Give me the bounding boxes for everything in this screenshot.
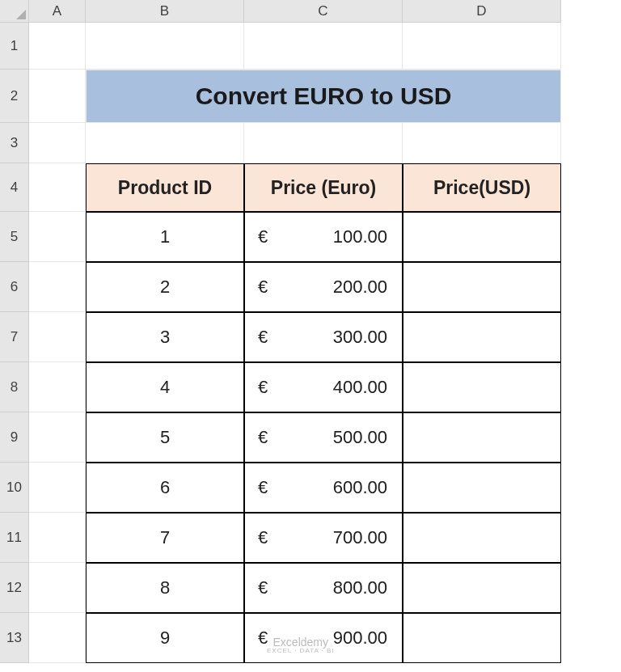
table-header-price-euro[interactable]: Price (Euro): [244, 163, 403, 212]
cell-product-id[interactable]: 8: [86, 563, 244, 613]
cell-a9[interactable]: [29, 412, 86, 463]
cell-product-id[interactable]: 2: [86, 262, 244, 312]
cell-d3[interactable]: [403, 123, 561, 163]
cell-a13[interactable]: [29, 613, 86, 663]
row-head-8[interactable]: 8: [0, 362, 29, 412]
cell-price-euro[interactable]: € 100.00: [244, 212, 403, 262]
table-header-price-usd[interactable]: Price(USD): [403, 163, 561, 212]
cell-product-id[interactable]: 7: [86, 513, 244, 563]
euro-value: 300.00: [333, 327, 387, 348]
row-head-7[interactable]: 7: [0, 312, 29, 362]
cell-a10[interactable]: [29, 463, 86, 513]
cell-product-id[interactable]: 6: [86, 463, 244, 513]
cell-a8[interactable]: [29, 362, 86, 412]
row-head-9[interactable]: 9: [0, 412, 29, 463]
row-head-11[interactable]: 11: [0, 513, 29, 563]
cell-product-id[interactable]: 9: [86, 613, 244, 663]
row-head-1[interactable]: 1: [0, 23, 29, 70]
cell-price-euro[interactable]: € 400.00: [244, 362, 403, 412]
cell-b1[interactable]: [86, 23, 244, 70]
cell-price-usd[interactable]: [403, 463, 561, 513]
cell-a11[interactable]: [29, 513, 86, 563]
col-head-b[interactable]: B: [86, 0, 244, 23]
title-text: Convert EURO to USD: [196, 82, 452, 110]
cell-price-euro[interactable]: € 800.00: [244, 563, 403, 613]
col-head-d[interactable]: D: [403, 0, 561, 23]
cell-price-euro[interactable]: € 600.00: [244, 463, 403, 513]
watermark: Exceldemy EXCEL · DATA · BI: [267, 636, 335, 654]
euro-value: 800.00: [333, 577, 387, 598]
cell-price-euro[interactable]: € 500.00: [244, 412, 403, 463]
row-head-6[interactable]: 6: [0, 262, 29, 312]
euro-symbol: €: [258, 327, 268, 348]
euro-value: 400.00: [333, 377, 387, 398]
euro-symbol: €: [258, 577, 268, 598]
cell-product-id[interactable]: 5: [86, 412, 244, 463]
cell-a7[interactable]: [29, 312, 86, 362]
cell-price-usd[interactable]: [403, 362, 561, 412]
euro-value: 900.00: [333, 628, 387, 649]
cell-a12[interactable]: [29, 563, 86, 613]
cell-a3[interactable]: [29, 123, 86, 163]
euro-symbol: €: [258, 226, 268, 247]
cell-price-euro[interactable]: € 300.00: [244, 312, 403, 362]
cell-c3[interactable]: [244, 123, 403, 163]
cell-c1[interactable]: [244, 23, 403, 70]
row-head-2[interactable]: 2: [0, 70, 29, 123]
cell-price-usd[interactable]: [403, 613, 561, 663]
row-head-3[interactable]: 3: [0, 123, 29, 163]
euro-value: 100.00: [333, 226, 387, 247]
euro-symbol: €: [258, 527, 268, 548]
cell-price-usd[interactable]: [403, 262, 561, 312]
euro-value: 600.00: [333, 477, 387, 498]
cell-a5[interactable]: [29, 212, 86, 262]
cell-d1[interactable]: [403, 23, 561, 70]
row-head-12[interactable]: 12: [0, 563, 29, 613]
cell-price-euro[interactable]: € 700.00: [244, 513, 403, 563]
cell-price-usd[interactable]: [403, 563, 561, 613]
euro-symbol: €: [258, 427, 268, 448]
cell-a4[interactable]: [29, 163, 86, 212]
title-cell[interactable]: Convert EURO to USD: [86, 70, 561, 123]
cell-price-usd[interactable]: [403, 212, 561, 262]
cell-product-id[interactable]: 3: [86, 312, 244, 362]
row-head-5[interactable]: 5: [0, 212, 29, 262]
euro-value: 200.00: [333, 277, 387, 298]
col-head-c[interactable]: C: [244, 0, 403, 23]
cell-a1[interactable]: [29, 23, 86, 70]
cell-price-usd[interactable]: [403, 312, 561, 362]
select-all-corner[interactable]: [0, 0, 29, 23]
euro-symbol: €: [258, 477, 268, 498]
euro-value: 700.00: [333, 527, 387, 548]
col-head-a[interactable]: A: [29, 0, 86, 23]
cell-a6[interactable]: [29, 262, 86, 312]
watermark-sub: EXCEL · DATA · BI: [267, 647, 335, 654]
euro-symbol: €: [258, 377, 268, 398]
cell-price-usd[interactable]: [403, 513, 561, 563]
row-head-10[interactable]: 10: [0, 463, 29, 513]
cell-b3[interactable]: [86, 123, 244, 163]
cell-product-id[interactable]: 1: [86, 212, 244, 262]
euro-symbol: €: [258, 277, 268, 298]
cell-product-id[interactable]: 4: [86, 362, 244, 412]
table-header-product-id[interactable]: Product ID: [86, 163, 244, 212]
row-head-4[interactable]: 4: [0, 163, 29, 212]
cell-a2[interactable]: [29, 70, 86, 123]
euro-value: 500.00: [333, 427, 387, 448]
cell-price-euro[interactable]: € 200.00: [244, 262, 403, 312]
cell-price-usd[interactable]: [403, 412, 561, 463]
row-head-13[interactable]: 13: [0, 613, 29, 663]
spreadsheet-grid: A B C D 1 2 Convert EURO to USD 3 4 Prod…: [0, 0, 621, 663]
